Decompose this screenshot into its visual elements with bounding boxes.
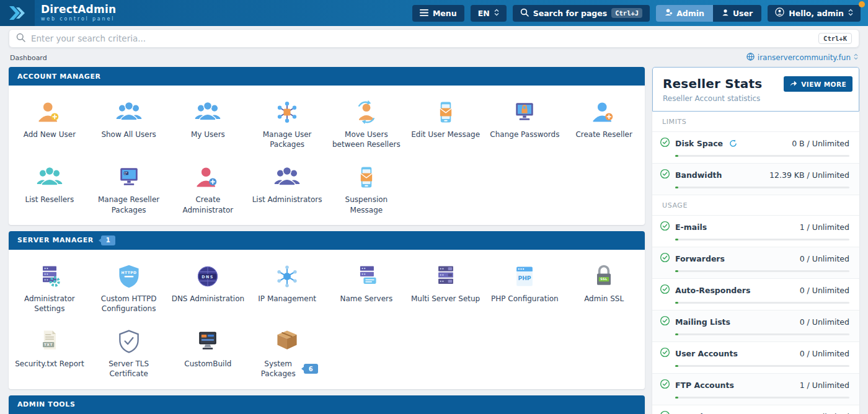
- feature-item-users-teal[interactable]: List Resellers: [10, 156, 89, 221]
- page-search-button[interactable]: Search for pages Ctrl+J: [513, 5, 650, 22]
- feature-label: Multi Server Setup: [411, 294, 480, 304]
- feature-item-doc-txt[interactable]: TXT Security.txt Report: [10, 320, 89, 385]
- package-box-icon: [273, 327, 301, 356]
- progress-fill: [675, 270, 678, 272]
- feature-item-users-purple[interactable]: List Administrators: [247, 156, 327, 221]
- feature-label: List Resellers: [25, 195, 74, 205]
- feature-item-monitor-purple[interactable]: Manage Reseller Packages: [89, 156, 169, 221]
- feature-label: Custom HTTPD Configurations: [92, 294, 166, 314]
- feature-item-php-window[interactable]: PHP PHP Configuration: [485, 255, 565, 320]
- feature-item-globe-dns[interactable]: DNS DNS Administration: [169, 255, 248, 320]
- language-label: EN: [478, 9, 490, 18]
- stat-value: 0 B / Unlimited: [792, 139, 849, 148]
- stat-row[interactable]: Mailing Lists 0 / Unlimited: [652, 310, 859, 342]
- feature-item-network-ip[interactable]: IP Management: [247, 255, 327, 320]
- progress-fill: [675, 333, 678, 335]
- stat-group: E-mails 1 / Unlimited Forwarders 0 / Unl…: [652, 216, 859, 414]
- section-card: ACCOUNT MANAGER Add New User Show All Us…: [9, 67, 645, 225]
- feature-item-monitor-lock[interactable]: Change Passwords: [485, 90, 565, 156]
- role-admin-button[interactable]: Admin: [656, 5, 713, 22]
- feature-label: DNS Administration: [172, 294, 244, 304]
- search-shortcut-badge: Ctrl+K: [818, 33, 852, 44]
- feature-label: Server TLS Certificate: [92, 359, 166, 379]
- phone-message-2-icon: [353, 163, 380, 192]
- feature-item-network-packages[interactable]: Manage User Packages: [247, 90, 327, 156]
- feature-item-package-box[interactable]: System Packages 6: [247, 320, 327, 385]
- shield-httpd-icon: HTTPD: [115, 262, 143, 291]
- feature-item-server-tag[interactable]: Name Servers: [327, 255, 406, 320]
- refresh-icon[interactable]: [729, 139, 737, 148]
- search-icon: [16, 33, 25, 45]
- check-circle-icon: [660, 315, 670, 328]
- globe-dns-icon: DNS: [194, 262, 221, 291]
- feature-item-phone-message-2[interactable]: Suspension Message: [327, 156, 406, 221]
- check-circle-icon: [660, 221, 670, 234]
- section-card: SERVER MANAGER 1 Administrator Settings …: [9, 231, 645, 389]
- stat-value: 0 / Unlimited: [800, 349, 849, 358]
- feature-item-phone-message[interactable]: Edit User Message: [406, 90, 485, 156]
- progress-bar: [675, 187, 849, 188]
- section-header: SERVER MANAGER 1: [9, 231, 645, 250]
- feature-item-user-add-red[interactable]: Create Administrator: [169, 156, 248, 221]
- stat-row[interactable]: Disk Space 0 B / Unlimited: [652, 132, 859, 164]
- stat-label: Mailing Lists: [675, 317, 730, 327]
- stat-value: 1 / Unlimited: [800, 381, 849, 390]
- content-layout: ACCOUNT MANAGER Add New User Show All Us…: [0, 67, 868, 414]
- feature-item-user-add-orange[interactable]: Add New User: [10, 90, 89, 156]
- notification-dot[interactable]: [859, 1, 865, 7]
- stat-row[interactable]: E-mails 1 / Unlimited: [652, 216, 859, 247]
- feature-item-lock-ssl[interactable]: SSL Admin SSL: [564, 255, 644, 320]
- breadcrumb[interactable]: Dashboard: [10, 54, 47, 62]
- feature-label: Name Servers: [340, 294, 392, 304]
- progress-fill: [675, 155, 678, 157]
- chevron-updown-icon: [854, 53, 858, 62]
- feature-item-server-gear[interactable]: Administrator Settings: [10, 255, 89, 320]
- search-input[interactable]: [31, 33, 813, 43]
- stat-value: 0 / Unlimited: [800, 254, 849, 263]
- stat-label: E-mails: [675, 222, 707, 232]
- view-more-button[interactable]: VIEW MORE: [784, 76, 852, 92]
- feature-label: My Users: [191, 130, 225, 139]
- network-packages-icon: [273, 98, 301, 126]
- network-ip-icon: [273, 262, 301, 291]
- feature-item-users-blue[interactable]: Show All Users: [89, 90, 169, 156]
- stat-value: 12.39 KB / Unlimited: [769, 170, 849, 180]
- stat-group-heading: LIMITS: [652, 112, 859, 132]
- feature-item-user-add-blue[interactable]: Create Reseller: [564, 90, 644, 156]
- account-menu-button[interactable]: Hello, admin: [768, 5, 861, 22]
- svg-text:PHP: PHP: [518, 275, 531, 281]
- icon-grid: Add New User Show All Users My Users Man…: [9, 86, 645, 225]
- menu-button[interactable]: Menu: [412, 5, 464, 22]
- progress-bar: [675, 155, 849, 157]
- language-selector[interactable]: EN: [471, 5, 507, 22]
- feature-item-shield-check[interactable]: Server TLS Certificate: [89, 320, 169, 385]
- check-circle-icon: [660, 410, 670, 414]
- feature-item-shield-httpd[interactable]: HTTPD Custom HTTPD Configurations: [89, 255, 169, 320]
- role-user-button[interactable]: User: [713, 5, 761, 22]
- domain-selector[interactable]: iranservercommunity.fun: [746, 53, 858, 63]
- section-header: ACCOUNT MANAGER: [9, 67, 645, 86]
- users-blue-icon: [115, 98, 143, 126]
- reseller-stats-header: Reseller Stats Reseller Account statisti…: [652, 67, 859, 112]
- phone-message-icon: [432, 98, 459, 126]
- stat-row[interactable]: Bandwidth 12.39 KB / Unlimited: [652, 164, 859, 195]
- feature-item-monitor-build[interactable]: CustomBuild: [169, 320, 248, 385]
- share-arrow-icon: [790, 80, 797, 88]
- stat-row[interactable]: Forwarders 0 / Unlimited: [652, 247, 859, 279]
- section-title: SERVER MANAGER: [17, 236, 94, 244]
- stat-row[interactable]: FTP Accounts 1 / Unlimited: [652, 374, 859, 405]
- progress-fill: [675, 239, 678, 240]
- global-search-box[interactable]: Ctrl+K: [9, 29, 859, 48]
- feature-item-user-swap[interactable]: Move Users between Resellers: [327, 90, 406, 156]
- feature-item-server-stack[interactable]: Multi Server Setup: [406, 255, 485, 320]
- stat-row[interactable]: Auto-Responders 0 / Unlimited: [652, 279, 859, 310]
- feature-item-users-blue-2[interactable]: My Users: [169, 90, 248, 156]
- view-more-label: VIEW MORE: [801, 81, 846, 88]
- feature-label: Administrator Settings: [12, 294, 87, 314]
- stat-row[interactable]: User Accounts 0 / Unlimited: [652, 342, 859, 374]
- brand-logo[interactable]: DirectAdmin web control panel: [0, 0, 116, 26]
- feature-label: Create Reseller: [575, 130, 632, 139]
- stat-label: Forwarders: [675, 254, 725, 263]
- stat-row[interactable]: Domains 1 / Unlimited: [652, 405, 859, 414]
- feature-label: Manage User Packages: [250, 130, 324, 149]
